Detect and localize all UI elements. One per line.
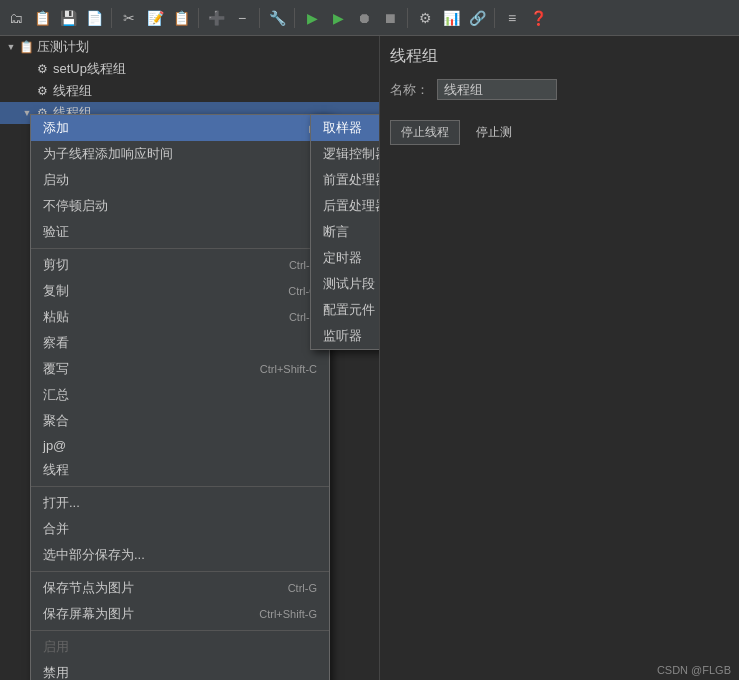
ctx2-item-preproc[interactable]: 前置处理器 ▶: [311, 167, 380, 193]
ctx1-label-paste: 粘贴: [43, 308, 269, 326]
ctx2-label-configelem: 配置元件: [323, 301, 380, 319]
ctx1-item-paste[interactable]: 粘贴 Ctrl-V: [31, 304, 329, 330]
ctx1-shortcut-overwrite: Ctrl+Shift-C: [260, 363, 317, 375]
toolbar-sep-6: [494, 8, 495, 28]
context-menu-2: 取样器 ▶ 逻辑控制器 ▶ 前置处理器 ▶ 后置处理器 ▶ 断言 ▶ 定时器 ▶: [310, 114, 380, 350]
stop-threads-button[interactable]: 停止线程: [390, 120, 460, 145]
ctx1-item-saveasimg[interactable]: 保存节点为图片 Ctrl-G: [31, 575, 329, 601]
ctx1-item-summary[interactable]: 汇总: [31, 382, 329, 408]
toolbar-icon-open[interactable]: 🗂: [4, 6, 28, 30]
toolbar-icon-collapse[interactable]: −: [230, 6, 254, 30]
ctx2-item-assertion[interactable]: 断言 ▶: [311, 219, 380, 245]
ctx1-shortcut-saveasimg: Ctrl-G: [288, 582, 317, 594]
ctx1-item-view[interactable]: 察看: [31, 330, 329, 356]
toolbar-icon-shutdown[interactable]: ⏹: [378, 6, 402, 30]
tree-icon-plan: 📋: [18, 39, 34, 55]
ctx1-divider-3: [31, 571, 329, 572]
ctx2-item-logic[interactable]: 逻辑控制器 ▶: [311, 141, 380, 167]
ctx1-item-merge[interactable]: 合并: [31, 516, 329, 542]
left-panel: ▼ 📋 压测计划 ⚙ setUp线程组 ⚙ 线程组 ▼ ⚙ 线程组 ⚙ 线程组 …: [0, 36, 380, 680]
ctx1-item-validate[interactable]: 验证: [31, 219, 329, 245]
ctx2-item-configelem[interactable]: 配置元件 ▶: [311, 297, 380, 323]
toolbar-icon-chart[interactable]: 📊: [439, 6, 463, 30]
ctx1-item-cut[interactable]: 剪切 Ctrl-X: [31, 252, 329, 278]
toolbar-icon-report[interactable]: ⚙: [413, 6, 437, 30]
bottom-bar: CSDN @FLGB: [657, 664, 731, 676]
toolbar-sep-4: [294, 8, 295, 28]
ctx1-label-view: 察看: [43, 334, 317, 352]
ctx2-item-timer[interactable]: 定时器 ▶: [311, 245, 380, 271]
ctx1-item-enable: 启用: [31, 634, 329, 660]
toolbar-sep-1: [111, 8, 112, 28]
stop-threads-label: 停止线程: [401, 125, 449, 139]
tree-arrow-plan: ▼: [4, 40, 18, 54]
tree-label-setup: setUp线程组: [53, 60, 126, 78]
tree-label-plan: 压测计划: [37, 38, 89, 56]
ctx1-label-startnopause: 不停顿启动: [43, 197, 317, 215]
ctx2-item-testseg[interactable]: 测试片段 ▶: [311, 271, 380, 297]
toolbar-sep-5: [407, 8, 408, 28]
toolbar-icon-paste[interactable]: 📋: [169, 6, 193, 30]
ctx1-item-overwrite[interactable]: 覆写 Ctrl+Shift-C: [31, 356, 329, 382]
ctx1-item-saveas[interactable]: 选中部分保存为...: [31, 542, 329, 568]
tree-icon-tg1: ⚙: [34, 83, 50, 99]
toolbar-icon-copy[interactable]: 📝: [143, 6, 167, 30]
toolbar-icon-stop[interactable]: ⏺: [352, 6, 376, 30]
ctx1-item-thread[interactable]: 线程: [31, 457, 329, 483]
tree-item-setup[interactable]: ⚙ setUp线程组: [0, 58, 379, 80]
ctx2-label-timer: 定时器: [323, 249, 380, 267]
ctx1-item-copy[interactable]: 复制 Ctrl-C: [31, 278, 329, 304]
ctx1-label-summary: 汇总: [43, 386, 317, 404]
tree-label-tg1: 线程组: [53, 82, 92, 100]
tree-item-threadgroup1[interactable]: ⚙ 线程组: [0, 80, 379, 102]
toolbar-icon-remote[interactable]: 🔗: [465, 6, 489, 30]
ctx2-label-preproc: 前置处理器: [323, 171, 380, 189]
ctx1-divider-4: [31, 630, 329, 631]
toolbar-icon-list[interactable]: ≡: [500, 6, 524, 30]
ctx1-item-disable[interactable]: 禁用: [31, 660, 329, 680]
ctx1-label-savescreenimg: 保存屏幕为图片: [43, 605, 239, 623]
radio-stop-test-label: 停止测: [476, 124, 512, 141]
toolbar-icon-help[interactable]: ❓: [526, 6, 550, 30]
ctx2-item-sampler[interactable]: 取样器 ▶: [311, 115, 380, 141]
tree-item-plan[interactable]: ▼ 📋 压测计划: [0, 36, 379, 58]
ctx2-label-logic: 逻辑控制器: [323, 145, 380, 163]
ctx1-item-addtime[interactable]: 为子线程添加响应时间: [31, 141, 329, 167]
ctx1-label-addtime: 为子线程添加响应时间: [43, 145, 317, 163]
right-panel: 线程组 名称： 停止线程 停止测: [380, 36, 739, 680]
ctx1-item-jp[interactable]: jp@: [31, 434, 329, 457]
toolbar-icon-save[interactable]: 💾: [56, 6, 80, 30]
ctx1-item-savescreenimg[interactable]: 保存屏幕为图片 Ctrl+Shift-G: [31, 601, 329, 627]
toolbar-icon-templates[interactable]: 📋: [30, 6, 54, 30]
name-input[interactable]: [437, 79, 557, 100]
ctx1-shortcut-savescreenimg: Ctrl+Shift-G: [259, 608, 317, 620]
toolbar-icon-cut[interactable]: ✂: [117, 6, 141, 30]
ctx1-item-add[interactable]: 添加 ▶: [31, 115, 329, 141]
toolbar-icon-settings[interactable]: 🔧: [265, 6, 289, 30]
ctx1-item-startnopause[interactable]: 不停顿启动: [31, 193, 329, 219]
ctx1-item-aggregate[interactable]: 聚合: [31, 408, 329, 434]
toolbar-icon-save2[interactable]: 📄: [82, 6, 106, 30]
tree-icon-setup: ⚙: [34, 61, 50, 77]
ctx1-label-validate: 验证: [43, 223, 317, 241]
ctx1-label-open: 打开...: [43, 494, 317, 512]
ctx1-label-disable: 禁用: [43, 664, 317, 680]
ctx2-label-listener: 监听器: [323, 327, 380, 345]
ctx1-item-start[interactable]: 启动: [31, 167, 329, 193]
ctx1-label-saveasimg: 保存节点为图片: [43, 579, 268, 597]
ctx2-item-postproc[interactable]: 后置处理器 ▶: [311, 193, 380, 219]
ctx1-item-open[interactable]: 打开...: [31, 490, 329, 516]
ctx1-label-jp: jp@: [43, 438, 317, 453]
ctx1-label-aggregate: 聚合: [43, 412, 317, 430]
ctx1-label-enable: 启用: [43, 638, 317, 656]
ctx2-item-listener[interactable]: 监听器 ▶: [311, 323, 380, 349]
ctx1-label-start: 启动: [43, 171, 317, 189]
toolbar-icon-start-no-pause[interactable]: ▶: [326, 6, 350, 30]
toolbar-icon-start[interactable]: ▶: [300, 6, 324, 30]
ctx1-label-add: 添加: [43, 119, 305, 137]
ctx1-label-thread: 线程: [43, 461, 317, 479]
toolbar-icon-expand[interactable]: ➕: [204, 6, 228, 30]
bottom-bar-text: CSDN @FLGB: [657, 664, 731, 676]
ctx2-label-testseg: 测试片段: [323, 275, 380, 293]
ctx1-label-saveas: 选中部分保存为...: [43, 546, 317, 564]
